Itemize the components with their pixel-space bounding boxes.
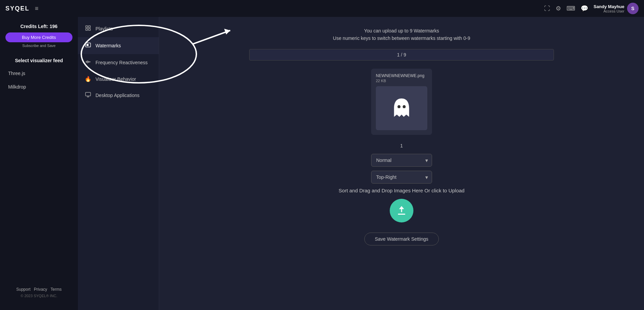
behavior-icon: 🔥 (85, 76, 91, 82)
main-layout: Credits Left: 196 Buy More Credits Subsc… (0, 17, 644, 310)
menu-item-frequency[interactable]: Frequency Reactiveness (78, 54, 159, 71)
subscribe-save-label: Subscribe and Save (5, 44, 72, 48)
navbar: SYQEL ≡ ⛶ ⚙ ⌨ 💬 Sandy Mayhue Access User… (0, 0, 644, 17)
sidebar-credits-section: Credits Left: 196 Buy More Credits Subsc… (0, 24, 78, 53)
terms-link[interactable]: Terms (50, 287, 62, 292)
blend-mode-wrapper: Normal Multiply Screen Overlay (371, 154, 432, 167)
menu-item-playlists[interactable]: Playlists (78, 20, 159, 37)
menu-item-visualizer-behavior[interactable]: 🔥 Visualizer Behavior (78, 71, 159, 87)
watermark-index: 1 (400, 143, 403, 148)
watermark-preview (376, 86, 427, 130)
upload-label: Sort and Drag and Drop Images Here Or cl… (339, 188, 465, 193)
desktop-icon (85, 92, 91, 99)
watermark-info-line2: Use numeric keys to switch between water… (333, 34, 470, 42)
watermark-filesize: 22 KB (376, 79, 427, 83)
svg-rect-11 (86, 92, 91, 96)
avatar[interactable]: S (627, 3, 639, 14)
blend-mode-select[interactable]: Normal Multiply Screen Overlay (371, 154, 432, 167)
svg-rect-3 (89, 29, 90, 30)
sidebar-item-milkdrop[interactable]: Milkdrop (3, 81, 75, 93)
hamburger-icon[interactable]: ≡ (35, 5, 39, 12)
sidebar-item-threejs[interactable]: Three.js (3, 67, 75, 79)
fullscreen-icon[interactable]: ⛶ (544, 5, 550, 12)
ghost-preview-icon (390, 96, 413, 120)
user-text: Sandy Mayhue Access User (594, 4, 624, 13)
discord-icon[interactable]: 💬 (581, 5, 588, 12)
position-select[interactable]: Top-Right Top-Left Bottom-Right Bottom-L… (371, 171, 432, 184)
settings-panel: Playlists Watermarks Freq (78, 17, 159, 310)
upload-button[interactable] (390, 199, 413, 222)
footer-copyright: © 2023 SYQEL® INC. (5, 294, 72, 298)
select-feed-label: Select visualizer feed (0, 53, 78, 67)
settings-icon[interactable]: ⚙ (556, 5, 561, 12)
svg-rect-0 (86, 26, 87, 27)
sidebar: Credits Left: 196 Buy More Credits Subsc… (0, 17, 78, 310)
menu-item-watermarks[interactable]: Watermarks (78, 37, 159, 54)
keyboard-icon[interactable]: ⌨ (566, 5, 575, 12)
position-wrapper: Top-Right Top-Left Bottom-Right Bottom-L… (371, 171, 432, 184)
privacy-link[interactable]: Privacy (34, 287, 47, 292)
behavior-label: Visualizer Behavior (95, 76, 136, 82)
svg-rect-5 (87, 44, 89, 46)
save-watermark-button[interactable]: Save Watermark Settings (364, 233, 439, 245)
menu-item-desktop-apps[interactable]: Desktop Applications (78, 87, 159, 104)
frequency-icon (85, 59, 91, 66)
sidebar-footer-links: Support Privacy Terms (5, 287, 72, 292)
navbar-left: SYQEL ≡ (5, 5, 39, 12)
user-info: Sandy Mayhue Access User S (594, 3, 639, 14)
sidebar-footer: Support Privacy Terms © 2023 SYQEL® INC. (0, 282, 78, 303)
watermarks-label: Watermarks (95, 43, 121, 48)
playlists-icon (85, 25, 91, 32)
upload-icon (395, 205, 408, 217)
support-link[interactable]: Support (16, 287, 30, 292)
pagination-bar[interactable]: 1 / 9 (249, 49, 554, 61)
watermark-filename: NEWNEWNEWNEWE.png (376, 73, 427, 78)
user-name: Sandy Mayhue (594, 4, 624, 9)
credits-label: Credits Left: 196 (5, 24, 72, 29)
watermark-info: You can upload up to 9 Watermarks Use nu… (333, 27, 470, 42)
watermarks-icon (85, 42, 91, 49)
svg-rect-1 (89, 26, 90, 27)
playlists-label: Playlists (95, 26, 113, 31)
user-role: Access User (594, 9, 624, 13)
svg-rect-2 (86, 29, 87, 30)
watermark-info-line1: You can upload up to 9 Watermarks (333, 27, 470, 34)
watermark-card: NEWNEWNEWNEWE.png 22 KB (371, 69, 432, 135)
navbar-right: ⛶ ⚙ ⌨ 💬 Sandy Mayhue Access User S (544, 3, 639, 14)
buy-credits-button[interactable]: Buy More Credits (5, 32, 72, 42)
logo: SYQEL (5, 5, 29, 12)
desktop-apps-label: Desktop Applications (95, 93, 139, 98)
main-content: You can upload up to 9 Watermarks Use nu… (159, 17, 644, 310)
frequency-label: Frequency Reactiveness (95, 60, 148, 65)
